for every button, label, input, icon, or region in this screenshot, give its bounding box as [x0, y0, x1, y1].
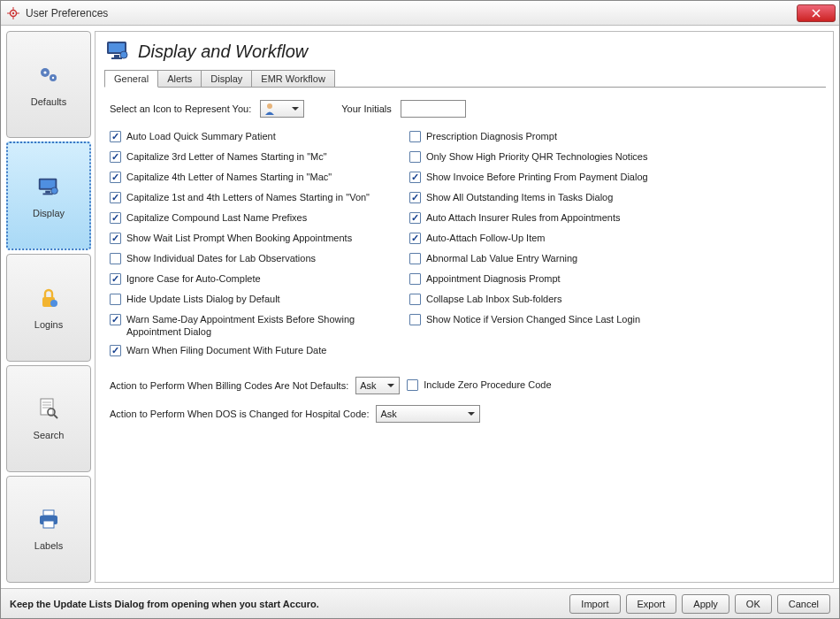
options-right: Prescription Diagnosis PromptOnly Show H…: [409, 130, 648, 364]
dos-action-label: Action to Perform When DOS is Changed fo…: [110, 409, 369, 419]
billing-action-select[interactable]: Ask: [355, 377, 400, 394]
window-title: User Preferences: [26, 7, 108, 19]
checkbox-label: Ignore Case for Auto-Complete: [126, 272, 261, 285]
apply-button[interactable]: Apply: [682, 594, 729, 614]
icon-select-label: Select an Icon to Represent You:: [110, 103, 251, 114]
status-hint: Keep the Update Lists Dialog from openin…: [10, 599, 564, 609]
initials-input[interactable]: [401, 100, 466, 118]
export-button[interactable]: Export: [626, 594, 677, 614]
import-button[interactable]: Import: [569, 594, 620, 614]
checkbox-label: Hide Update Lists Dialog by Default: [126, 293, 280, 305]
checkbox[interactable]: [409, 294, 421, 305]
svg-rect-15: [42, 193, 52, 195]
svg-point-33: [267, 103, 272, 109]
checkbox-label: Show Invoice Before Printing From Paymen…: [426, 171, 648, 183]
sidebar-item-display[interactable]: Display: [6, 141, 91, 250]
svg-line-24: [54, 415, 57, 418]
checkbox[interactable]: [409, 172, 421, 183]
checkbox-label: Show Individual Dates for Lab Observatio…: [126, 252, 316, 264]
dos-action-select[interactable]: Ask: [376, 405, 480, 423]
ok-button[interactable]: OK: [735, 594, 772, 614]
initials-label: Your Initials: [341, 103, 391, 114]
checkbox-label: Capitalize 1st and 4th Letters of Names …: [126, 191, 370, 203]
checkbox[interactable]: [110, 294, 121, 305]
checkbox[interactable]: [409, 273, 421, 285]
sidebar-item-label: Display: [33, 208, 65, 218]
gears-icon: [36, 63, 61, 88]
sidebar-item-logins[interactable]: Logins: [6, 254, 91, 361]
checkbox[interactable]: [409, 233, 421, 244]
checkbox-label: Auto Attach Insurer Rules from Appointme…: [426, 211, 621, 224]
user-icon: [264, 103, 279, 115]
checkbox[interactable]: [110, 131, 121, 142]
checkbox-label: Appointment Diagnosis Prompt: [426, 272, 561, 285]
search-doc-icon: [36, 396, 61, 421]
checkbox[interactable]: [409, 253, 421, 264]
tab-alerts[interactable]: Alerts: [158, 70, 202, 88]
checkbox-label: Prescription Diagnosis Prompt: [426, 130, 557, 142]
checkbox[interactable]: [409, 212, 421, 224]
tab-display[interactable]: Display: [202, 70, 252, 88]
sidebar-item-label: Logins: [34, 319, 63, 330]
sidebar: Defaults Display Logins Search: [6, 31, 91, 583]
svg-rect-13: [41, 180, 56, 187]
tab-bar: General Alerts Display EMR Workflow: [104, 69, 826, 88]
svg-rect-14: [45, 190, 50, 193]
close-button[interactable]: [797, 4, 836, 22]
sidebar-item-search[interactable]: Search: [6, 365, 91, 472]
app-icon: [6, 6, 20, 20]
checkbox[interactable]: [110, 273, 121, 285]
svg-point-9: [43, 71, 46, 73]
checkbox[interactable]: [110, 345, 121, 356]
tab-general[interactable]: General: [104, 70, 158, 88]
sidebar-item-label: Defaults: [31, 96, 66, 107]
checkbox-label: Abnormal Lab Value Entry Warning: [426, 252, 577, 264]
checkbox[interactable]: [110, 212, 121, 224]
checkbox[interactable]: [409, 151, 421, 163]
checkbox-label: Auto Load Quick Summary Patient: [126, 130, 276, 142]
cancel-button[interactable]: Cancel: [777, 594, 830, 614]
printer-icon: [36, 507, 61, 531]
svg-point-18: [50, 300, 57, 307]
checkbox-label: Show Notice if Version Changed Since Las…: [426, 313, 640, 325]
checkbox[interactable]: [110, 233, 121, 244]
checkbox[interactable]: [110, 172, 121, 183]
checkbox-label: Capitalize 4th Letter of Names Starting …: [126, 171, 332, 183]
tab-emr-workflow[interactable]: EMR Workflow: [252, 70, 335, 88]
checkbox[interactable]: [110, 151, 121, 163]
checkbox-label: Auto-Attach Follow-Up Item: [426, 232, 546, 244]
svg-rect-29: [109, 43, 125, 52]
sidebar-item-defaults[interactable]: Defaults: [6, 31, 91, 138]
checkbox[interactable]: [409, 314, 421, 325]
checkbox-label: Only Show High Priority QHR Technologies…: [426, 150, 647, 163]
include-zero-label: Include Zero Procedure Code: [424, 378, 551, 391]
checkbox-label: Show All Outstanding Items in Tasks Dial…: [426, 191, 613, 203]
lock-icon: [36, 286, 61, 310]
page-icon: [104, 39, 131, 64]
checkbox[interactable]: [409, 192, 421, 203]
svg-point-16: [51, 187, 57, 194]
checkbox-label: Show Wait List Prompt When Booking Appoi…: [126, 232, 352, 244]
checkbox-label: Capitalize 3rd Letter of Names Starting …: [126, 150, 327, 163]
svg-rect-19: [41, 399, 53, 415]
svg-rect-27: [43, 521, 54, 528]
checkbox[interactable]: [110, 192, 121, 203]
icon-select[interactable]: [260, 100, 304, 118]
checkbox-label: Warn When Filing Document With Future Da…: [126, 344, 326, 356]
svg-point-1: [12, 11, 14, 13]
checkbox[interactable]: [409, 131, 421, 142]
svg-rect-31: [111, 57, 122, 59]
svg-rect-30: [114, 55, 119, 57]
checkbox-label: Collapse Lab Inbox Sub-folders: [426, 293, 561, 305]
checkbox[interactable]: [110, 253, 121, 264]
titlebar: User Preferences: [1, 1, 839, 26]
checkbox-label: Warn Same-Day Appointment Exists Before …: [126, 313, 392, 338]
sidebar-item-labels[interactable]: Labels: [6, 476, 91, 583]
checkbox-label: Capitalize Compound Last Name Prefixes: [126, 211, 307, 224]
svg-point-32: [120, 51, 127, 58]
include-zero-checkbox[interactable]: [407, 379, 418, 391]
checkbox[interactable]: [110, 314, 121, 325]
sidebar-item-label: Search: [34, 430, 65, 440]
options-left: Auto Load Quick Summary PatientCapitaliz…: [110, 130, 392, 364]
page-title: Display and Workflow: [138, 42, 308, 62]
